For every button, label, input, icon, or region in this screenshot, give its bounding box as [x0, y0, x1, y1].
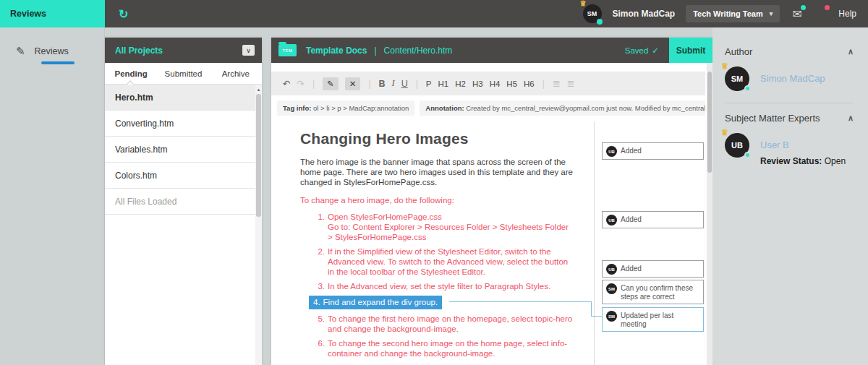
h2-style-button[interactable]: H2	[455, 80, 466, 88]
h6-style-button[interactable]: H6	[524, 80, 535, 88]
h5-style-button[interactable]: H5	[506, 80, 517, 88]
author-section-title: Author	[725, 46, 752, 57]
tag-info-value: ol > li > p > MadCap:annotation	[313, 104, 409, 112]
annotation-avatar: UB	[606, 215, 617, 226]
annotation-text: Added	[621, 214, 642, 224]
annotation-pen-icon[interactable]: ✎	[323, 77, 339, 90]
saved-status: Saved ✓	[625, 46, 659, 56]
chevron-up-icon[interactable]: ∧	[848, 113, 854, 123]
sidebar-item-reviews[interactable]: ✎ Reviews	[0, 27, 104, 58]
file-name: Colors.htm	[115, 171, 157, 181]
folder-icon-label: TEM	[278, 44, 297, 56]
project-folder-icon: TEM	[278, 44, 297, 56]
undo-icon[interactable]: ↶	[283, 78, 290, 89]
annotation-box-4[interactable]: SM Can you confirm these steps are corre…	[602, 280, 704, 304]
annotation-box-1[interactable]: UB Added	[602, 142, 704, 160]
sme-section-header[interactable]: Subject Matter Experts ∧	[725, 113, 854, 124]
italic-button[interactable]: I	[392, 78, 395, 89]
highlighter-icon: ✎	[16, 45, 25, 58]
editor-scroll-thumb[interactable]	[707, 72, 712, 173]
toolbar-divider: |	[416, 79, 418, 89]
team-selector[interactable]: Tech Writing Team ▾	[686, 5, 780, 22]
remove-annotation-icon[interactable]: ✕	[345, 77, 361, 90]
underline-button[interactable]: U	[401, 79, 408, 89]
sme-avatar[interactable]: ♛ UB	[725, 133, 749, 158]
app-window: Reviews ↻ ♛ SM Simon MadCap Tech Writing…	[0, 0, 868, 365]
sme-user-row: ♛ UB User B Review Status: Open	[725, 133, 854, 166]
sidebar-item-label: Reviews	[35, 46, 69, 56]
file-row-colors[interactable]: Colors.htm	[105, 163, 262, 189]
breadcrumb-project[interactable]: Template Docs	[306, 46, 367, 56]
step-text: Open StylesForHomePage.css	[328, 212, 442, 221]
notifications-button[interactable]	[814, 7, 827, 20]
paragraph-style-button[interactable]: P	[426, 80, 432, 88]
breadcrumb-file-path: Content/Hero.htm	[384, 46, 453, 56]
user-avatar-initials: SM	[587, 10, 597, 17]
annotation-avatar: SM	[606, 311, 617, 322]
author-user-row: ♛ SM Simon MadCap	[725, 66, 854, 91]
sme-name-link[interactable]: User B	[760, 139, 789, 150]
review-status-label: Review Status:	[760, 156, 822, 166]
file-row-hero[interactable]: Hero.htm	[105, 85, 262, 111]
refresh-button[interactable]: ↻	[119, 0, 128, 27]
file-list: Hero.htm Converting.htm Variables.htm Co…	[105, 85, 262, 365]
file-list-scroll-thumb[interactable]	[256, 94, 261, 217]
author-name-link[interactable]: Simon MadCap	[760, 73, 825, 84]
topbar-right-group: ♛ SM Simon MadCap Tech Writing Team ▾ ✉ …	[583, 0, 856, 27]
breadcrumb-separator: |	[374, 46, 376, 56]
presence-dot	[744, 152, 751, 158]
author-avatar[interactable]: ♛ SM	[725, 66, 749, 91]
h4-style-button[interactable]: H4	[490, 80, 501, 88]
document-content[interactable]: Changing Hero Images The hero image is t…	[271, 121, 595, 365]
bold-button[interactable]: B	[379, 79, 386, 89]
annotated-selection[interactable]: 4. Find and expand the div group.	[309, 296, 442, 309]
file-list-scrollbar[interactable]: ▴	[255, 85, 262, 365]
annotation-text: Updated per last meeting	[621, 310, 699, 329]
step-sub-text: Go to: Content Explorer > Resources Fold…	[328, 222, 575, 242]
user-avatar[interactable]: ♛ SM	[583, 4, 602, 23]
presence-dot	[597, 19, 603, 25]
annotation-box-3[interactable]: UB Added	[602, 260, 704, 278]
step-1: 1. Open StylesForHomePage.css Go to: Con…	[313, 212, 579, 242]
step-3: 3. In the Advanced view, set the style f…	[313, 281, 579, 291]
projects-filter-label[interactable]: All Projects	[115, 46, 163, 56]
file-list-footer-label: All Files Loaded	[115, 197, 176, 207]
h3-style-button[interactable]: H3	[472, 80, 483, 88]
toolbar-divider: |	[312, 79, 315, 89]
unordered-list-icon: ≣	[567, 78, 575, 89]
crown-icon: ♛	[580, 0, 587, 7]
projects-filter-dropdown[interactable]: ∨	[242, 45, 255, 56]
document-area: Changing Hero Images The hero image is t…	[271, 121, 707, 365]
step-number: 6.	[313, 338, 325, 358]
sme-section-title: Subject Matter Experts	[725, 113, 820, 124]
document-steps: 1. Open StylesForHomePage.css Go to: Con…	[313, 212, 579, 358]
h1-style-button[interactable]: H1	[438, 80, 449, 88]
toolbar-divider: |	[542, 79, 545, 89]
annotation-box-5-active[interactable]: SM Updated per last meeting	[602, 307, 704, 332]
scroll-up-icon[interactable]: ▴	[255, 85, 262, 93]
messages-button[interactable]: ✉	[791, 7, 804, 20]
team-selector-label: Tech Writing Team	[693, 9, 763, 18]
file-name: Variables.htm	[115, 145, 167, 155]
tab-archive[interactable]: Archive	[210, 63, 262, 84]
review-status-value: Open	[822, 156, 846, 166]
file-row-variables[interactable]: Variables.htm	[105, 137, 262, 163]
chevron-up-icon[interactable]: ∧	[848, 47, 854, 56]
presence-dot	[744, 85, 751, 92]
editor-scrollbar[interactable]	[707, 63, 712, 365]
tag-info-label: Tag info:	[283, 104, 311, 112]
step-5: 5. To change the first hero image on the…	[313, 314, 579, 334]
step-number: 2.	[313, 246, 325, 277]
review-details-panel: Author ∧ ♛ SM Simon MadCap Subject Matte…	[712, 27, 868, 365]
crown-icon: ♛	[721, 62, 728, 69]
author-section-header[interactable]: Author ∧	[725, 46, 854, 57]
redo-icon: ↷	[297, 78, 304, 89]
app-tab-reviews[interactable]: Reviews	[0, 0, 105, 27]
tab-submitted[interactable]: Submitted	[157, 63, 209, 84]
file-row-converting[interactable]: Converting.htm	[105, 111, 262, 137]
help-link[interactable]: Help	[838, 9, 856, 19]
file-name: Converting.htm	[115, 119, 174, 129]
submit-button[interactable]: Submit	[669, 38, 712, 63]
annotation-box-2[interactable]: UB Added	[602, 211, 704, 228]
step-4-highlighted[interactable]: 4. Find and expand the div group.	[313, 296, 579, 309]
